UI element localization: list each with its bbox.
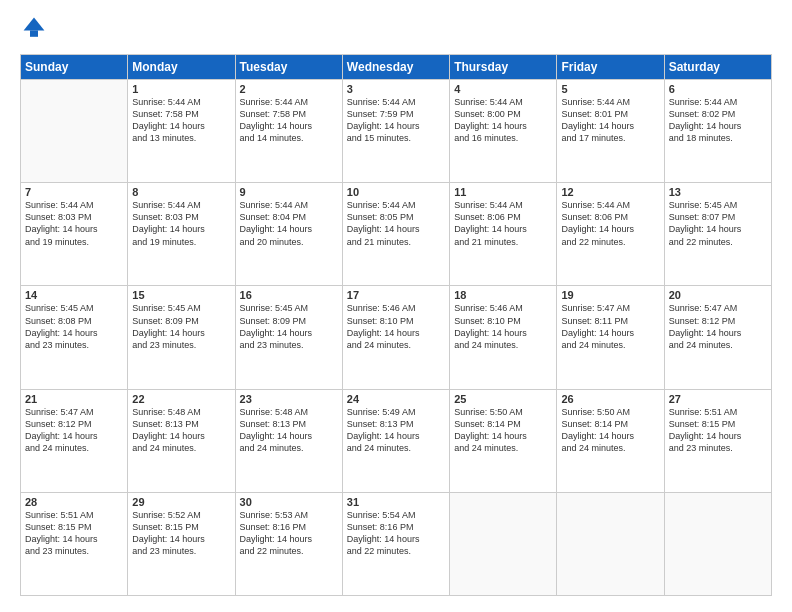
day-number: 22 <box>132 393 230 405</box>
day-number: 30 <box>240 496 338 508</box>
day-number: 8 <box>132 186 230 198</box>
day-info: Sunrise: 5:45 AM Sunset: 8:09 PM Dayligh… <box>240 302 338 351</box>
day-info: Sunrise: 5:48 AM Sunset: 8:13 PM Dayligh… <box>240 406 338 455</box>
day-number: 24 <box>347 393 445 405</box>
day-number: 4 <box>454 83 552 95</box>
day-number: 21 <box>25 393 123 405</box>
day-info: Sunrise: 5:47 AM Sunset: 8:11 PM Dayligh… <box>561 302 659 351</box>
day-number: 9 <box>240 186 338 198</box>
weekday-header-sunday: Sunday <box>21 55 128 80</box>
calendar-cell: 22Sunrise: 5:48 AM Sunset: 8:13 PM Dayli… <box>128 389 235 492</box>
day-info: Sunrise: 5:44 AM Sunset: 8:06 PM Dayligh… <box>561 199 659 248</box>
calendar-cell: 2Sunrise: 5:44 AM Sunset: 7:58 PM Daylig… <box>235 80 342 183</box>
day-info: Sunrise: 5:44 AM Sunset: 8:00 PM Dayligh… <box>454 96 552 145</box>
day-info: Sunrise: 5:45 AM Sunset: 8:07 PM Dayligh… <box>669 199 767 248</box>
calendar-cell: 12Sunrise: 5:44 AM Sunset: 8:06 PM Dayli… <box>557 183 664 286</box>
day-info: Sunrise: 5:44 AM Sunset: 7:58 PM Dayligh… <box>240 96 338 145</box>
calendar-week-1: 1Sunrise: 5:44 AM Sunset: 7:58 PM Daylig… <box>21 80 772 183</box>
day-number: 28 <box>25 496 123 508</box>
calendar-cell: 29Sunrise: 5:52 AM Sunset: 8:15 PM Dayli… <box>128 492 235 595</box>
day-number: 11 <box>454 186 552 198</box>
calendar-cell: 17Sunrise: 5:46 AM Sunset: 8:10 PM Dayli… <box>342 286 449 389</box>
calendar-cell: 28Sunrise: 5:51 AM Sunset: 8:15 PM Dayli… <box>21 492 128 595</box>
calendar-cell: 10Sunrise: 5:44 AM Sunset: 8:05 PM Dayli… <box>342 183 449 286</box>
day-info: Sunrise: 5:54 AM Sunset: 8:16 PM Dayligh… <box>347 509 445 558</box>
day-number: 26 <box>561 393 659 405</box>
weekday-header-saturday: Saturday <box>664 55 771 80</box>
day-number: 17 <box>347 289 445 301</box>
day-info: Sunrise: 5:53 AM Sunset: 8:16 PM Dayligh… <box>240 509 338 558</box>
day-number: 12 <box>561 186 659 198</box>
day-number: 27 <box>669 393 767 405</box>
day-number: 5 <box>561 83 659 95</box>
calendar-cell: 19Sunrise: 5:47 AM Sunset: 8:11 PM Dayli… <box>557 286 664 389</box>
weekday-header-monday: Monday <box>128 55 235 80</box>
calendar-week-4: 21Sunrise: 5:47 AM Sunset: 8:12 PM Dayli… <box>21 389 772 492</box>
logo <box>20 16 46 44</box>
day-number: 29 <box>132 496 230 508</box>
calendar-cell: 11Sunrise: 5:44 AM Sunset: 8:06 PM Dayli… <box>450 183 557 286</box>
weekday-header-tuesday: Tuesday <box>235 55 342 80</box>
day-info: Sunrise: 5:45 AM Sunset: 8:09 PM Dayligh… <box>132 302 230 351</box>
weekday-header-thursday: Thursday <box>450 55 557 80</box>
day-info: Sunrise: 5:47 AM Sunset: 8:12 PM Dayligh… <box>25 406 123 455</box>
calendar-cell <box>557 492 664 595</box>
calendar-cell: 16Sunrise: 5:45 AM Sunset: 8:09 PM Dayli… <box>235 286 342 389</box>
calendar-cell: 13Sunrise: 5:45 AM Sunset: 8:07 PM Dayli… <box>664 183 771 286</box>
day-info: Sunrise: 5:44 AM Sunset: 8:02 PM Dayligh… <box>669 96 767 145</box>
calendar-cell: 15Sunrise: 5:45 AM Sunset: 8:09 PM Dayli… <box>128 286 235 389</box>
day-info: Sunrise: 5:44 AM Sunset: 7:58 PM Dayligh… <box>132 96 230 145</box>
day-info: Sunrise: 5:47 AM Sunset: 8:12 PM Dayligh… <box>669 302 767 351</box>
day-info: Sunrise: 5:52 AM Sunset: 8:15 PM Dayligh… <box>132 509 230 558</box>
calendar-cell <box>450 492 557 595</box>
day-info: Sunrise: 5:44 AM Sunset: 8:03 PM Dayligh… <box>25 199 123 248</box>
calendar-cell: 31Sunrise: 5:54 AM Sunset: 8:16 PM Dayli… <box>342 492 449 595</box>
day-number: 6 <box>669 83 767 95</box>
calendar-cell <box>664 492 771 595</box>
calendar-cell: 27Sunrise: 5:51 AM Sunset: 8:15 PM Dayli… <box>664 389 771 492</box>
calendar-cell: 26Sunrise: 5:50 AM Sunset: 8:14 PM Dayli… <box>557 389 664 492</box>
day-info: Sunrise: 5:50 AM Sunset: 8:14 PM Dayligh… <box>561 406 659 455</box>
calendar-cell: 4Sunrise: 5:44 AM Sunset: 8:00 PM Daylig… <box>450 80 557 183</box>
day-info: Sunrise: 5:44 AM Sunset: 7:59 PM Dayligh… <box>347 96 445 145</box>
day-info: Sunrise: 5:44 AM Sunset: 8:05 PM Dayligh… <box>347 199 445 248</box>
calendar-cell: 6Sunrise: 5:44 AM Sunset: 8:02 PM Daylig… <box>664 80 771 183</box>
day-info: Sunrise: 5:49 AM Sunset: 8:13 PM Dayligh… <box>347 406 445 455</box>
calendar-cell: 18Sunrise: 5:46 AM Sunset: 8:10 PM Dayli… <box>450 286 557 389</box>
calendar-cell: 1Sunrise: 5:44 AM Sunset: 7:58 PM Daylig… <box>128 80 235 183</box>
calendar-cell: 23Sunrise: 5:48 AM Sunset: 8:13 PM Dayli… <box>235 389 342 492</box>
calendar-cell: 5Sunrise: 5:44 AM Sunset: 8:01 PM Daylig… <box>557 80 664 183</box>
calendar-cell <box>21 80 128 183</box>
day-number: 25 <box>454 393 552 405</box>
svg-marker-0 <box>24 18 45 31</box>
day-info: Sunrise: 5:44 AM Sunset: 8:06 PM Dayligh… <box>454 199 552 248</box>
day-number: 10 <box>347 186 445 198</box>
calendar-week-3: 14Sunrise: 5:45 AM Sunset: 8:08 PM Dayli… <box>21 286 772 389</box>
calendar-cell: 30Sunrise: 5:53 AM Sunset: 8:16 PM Dayli… <box>235 492 342 595</box>
svg-rect-1 <box>30 30 38 36</box>
day-number: 3 <box>347 83 445 95</box>
day-number: 13 <box>669 186 767 198</box>
day-number: 14 <box>25 289 123 301</box>
logo-icon <box>22 16 46 40</box>
weekday-row: SundayMondayTuesdayWednesdayThursdayFrid… <box>21 55 772 80</box>
day-number: 15 <box>132 289 230 301</box>
day-number: 2 <box>240 83 338 95</box>
day-info: Sunrise: 5:44 AM Sunset: 8:01 PM Dayligh… <box>561 96 659 145</box>
day-info: Sunrise: 5:48 AM Sunset: 8:13 PM Dayligh… <box>132 406 230 455</box>
calendar-body: 1Sunrise: 5:44 AM Sunset: 7:58 PM Daylig… <box>21 80 772 596</box>
day-info: Sunrise: 5:50 AM Sunset: 8:14 PM Dayligh… <box>454 406 552 455</box>
day-info: Sunrise: 5:44 AM Sunset: 8:03 PM Dayligh… <box>132 199 230 248</box>
day-info: Sunrise: 5:51 AM Sunset: 8:15 PM Dayligh… <box>669 406 767 455</box>
calendar-cell: 3Sunrise: 5:44 AM Sunset: 7:59 PM Daylig… <box>342 80 449 183</box>
day-info: Sunrise: 5:46 AM Sunset: 8:10 PM Dayligh… <box>454 302 552 351</box>
day-info: Sunrise: 5:46 AM Sunset: 8:10 PM Dayligh… <box>347 302 445 351</box>
weekday-header-friday: Friday <box>557 55 664 80</box>
day-number: 19 <box>561 289 659 301</box>
day-number: 20 <box>669 289 767 301</box>
day-number: 18 <box>454 289 552 301</box>
day-number: 1 <box>132 83 230 95</box>
header <box>20 16 772 44</box>
calendar-cell: 14Sunrise: 5:45 AM Sunset: 8:08 PM Dayli… <box>21 286 128 389</box>
weekday-header-wednesday: Wednesday <box>342 55 449 80</box>
